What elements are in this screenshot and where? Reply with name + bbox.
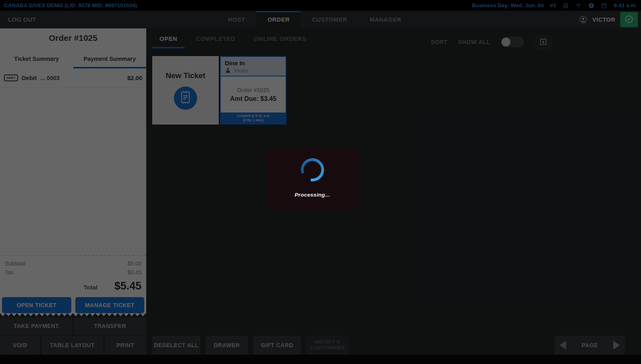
pos-screen: CANADA GIVEX DEMO (LID: 9378 MID: 999710… [0,0,641,364]
processing-message: Processing... [295,192,330,198]
loading-spinner-icon [301,158,324,181]
processing-modal: Processing... [266,147,359,210]
spinner-hole [304,161,321,179]
